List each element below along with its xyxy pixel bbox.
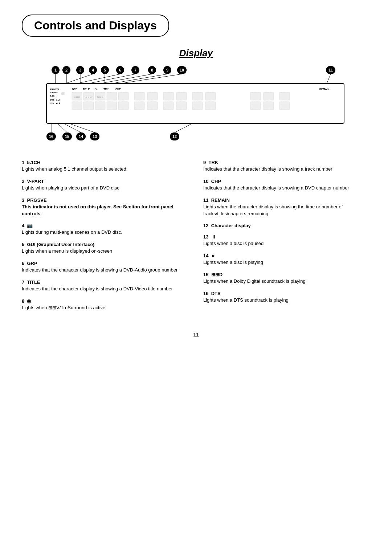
title-box: Controls and Displays bbox=[22, 15, 169, 37]
svg-rect-57 bbox=[118, 102, 128, 110]
display-diagram-svg: 1 2 3 4 5 6 7 8 bbox=[40, 65, 352, 149]
svg-text:V-PART: V-PART bbox=[50, 91, 58, 94]
svg-rect-42 bbox=[107, 92, 117, 100]
desc-item-11: 11 REMAIN Lights when the character disp… bbox=[203, 197, 370, 217]
svg-text:6: 6 bbox=[119, 68, 121, 72]
svg-rect-62 bbox=[192, 102, 203, 110]
svg-rect-45 bbox=[147, 92, 158, 100]
svg-text:REMAIN: REMAIN bbox=[319, 88, 330, 90]
svg-rect-50 bbox=[250, 92, 261, 100]
desc-item-16: 16 DTS Lights when a DTS soundtrack is p… bbox=[203, 291, 370, 304]
svg-rect-51 bbox=[264, 92, 274, 100]
svg-text:DTS: DTS bbox=[50, 99, 54, 101]
desc-title-8: 8 ◉ bbox=[22, 298, 189, 304]
svg-rect-55 bbox=[95, 102, 105, 110]
page-number: 11 bbox=[22, 332, 370, 338]
desc-body-1: Lights when analog 5.1 channel output is… bbox=[22, 166, 189, 173]
desc-item-14: 14 ► Lights when a disc is playing bbox=[203, 253, 370, 266]
desc-num-6: 6 bbox=[22, 261, 27, 266]
svg-text:12: 12 bbox=[172, 134, 177, 139]
desc-item-8: 8 ◉ Lights when ⊞⊞V/TruSurround is activ… bbox=[22, 298, 189, 311]
desc-item-4: 4 📷 Lights during multi-angle scenes on … bbox=[22, 223, 189, 236]
svg-text:13: 13 bbox=[93, 134, 97, 139]
desc-body-16: Lights when a DTS soundtrack is playing bbox=[203, 297, 370, 304]
svg-text:⊡⊡D ▶ ⏸: ⊡⊡D ▶ ⏸ bbox=[50, 102, 61, 105]
svg-text:2: 2 bbox=[65, 68, 68, 72]
svg-rect-43 bbox=[118, 92, 128, 100]
svg-rect-60 bbox=[163, 102, 173, 110]
desc-body-4: Lights during multi-angle scenes on a DV… bbox=[22, 229, 189, 236]
desc-num-7: 7 bbox=[22, 279, 27, 285]
desc-title-12: 12 Character display bbox=[203, 223, 370, 228]
desc-body-5: Lights when a menu is displayed on-scree… bbox=[22, 248, 189, 255]
desc-item-12: 12 Character display bbox=[203, 223, 370, 228]
desc-item-10: 10 CHP Indicates that the character disp… bbox=[203, 179, 370, 192]
svg-rect-65 bbox=[264, 102, 274, 110]
svg-line-91 bbox=[69, 123, 95, 132]
svg-rect-66 bbox=[279, 102, 290, 110]
page-title: Controls and Displays bbox=[34, 19, 157, 32]
svg-rect-54 bbox=[83, 102, 94, 110]
desc-item-9: 9 TRK Indicates that the character displ… bbox=[203, 160, 370, 173]
desc-body-2: Lights when playing a video part of a DV… bbox=[22, 185, 189, 192]
svg-line-77 bbox=[327, 74, 331, 83]
svg-line-90 bbox=[64, 123, 81, 132]
svg-line-89 bbox=[57, 123, 67, 132]
desc-num-8: 8 bbox=[22, 298, 27, 304]
desc-num-10: 10 bbox=[203, 179, 211, 184]
svg-text:⊙: ⊙ bbox=[94, 87, 97, 91]
desc-body-3: This indicator is not used on this playe… bbox=[22, 204, 189, 217]
desc-title-15: 15 ⊞⊞D bbox=[203, 272, 370, 277]
svg-rect-48 bbox=[192, 92, 203, 100]
desc-num-12: 12 bbox=[203, 223, 211, 228]
svg-rect-61 bbox=[176, 102, 187, 110]
svg-text:7: 7 bbox=[134, 68, 136, 72]
svg-text:⬜: ⬜ bbox=[61, 91, 65, 95]
desc-num-15: 15 bbox=[203, 272, 211, 277]
desc-item-2: 2 V-PART Lights when playing a video par… bbox=[22, 179, 189, 192]
svg-text:⠿⠿⠿: ⠿⠿⠿ bbox=[74, 95, 80, 99]
desc-title-16: 16 DTS bbox=[203, 291, 370, 296]
svg-text:15: 15 bbox=[65, 134, 69, 139]
desc-num-16: 16 bbox=[203, 291, 211, 296]
right-column: 9 TRK Indicates that the character displ… bbox=[203, 160, 370, 317]
svg-text:9: 9 bbox=[166, 68, 168, 72]
svg-line-70 bbox=[65, 74, 93, 83]
desc-title-11: 11 REMAIN bbox=[203, 197, 370, 203]
desc-title-10: 10 CHP bbox=[203, 179, 370, 184]
desc-item-13: 13 ⏸ Lights when a disc is paused bbox=[203, 234, 370, 247]
desc-num-14: 14 bbox=[203, 253, 211, 258]
svg-line-73 bbox=[89, 74, 135, 83]
svg-text:⠿⠿⠿: ⠿⠿⠿ bbox=[85, 95, 92, 99]
svg-text:3: 3 bbox=[79, 68, 81, 72]
svg-rect-52 bbox=[279, 92, 290, 100]
page-container: Controls and Displays Display 1 2 3 4 bbox=[0, 0, 392, 555]
desc-body-6: Indicates that the character display is … bbox=[22, 267, 189, 274]
svg-rect-59 bbox=[147, 102, 158, 110]
svg-rect-58 bbox=[134, 102, 144, 110]
desc-title-6: 6 GRP bbox=[22, 261, 189, 266]
desc-body-7: Indicates that the character display is … bbox=[22, 286, 189, 293]
svg-line-76 bbox=[121, 74, 182, 83]
svg-text:GUI: GUI bbox=[56, 99, 60, 101]
svg-text:PRGSVE: PRGSVE bbox=[50, 88, 59, 90]
svg-text:TITLE: TITLE bbox=[83, 88, 90, 90]
svg-line-92 bbox=[175, 123, 192, 132]
descriptions: 1 5.1CH Lights when analog 5.1 channel o… bbox=[22, 160, 370, 317]
display-diagram: 1 2 3 4 5 6 7 8 bbox=[40, 65, 352, 149]
desc-item-1: 1 5.1CH Lights when analog 5.1 channel o… bbox=[22, 160, 189, 173]
desc-num-2: 2 bbox=[22, 179, 27, 184]
desc-body-15: Lights when a Dolby Digital soundtrack i… bbox=[203, 278, 370, 285]
svg-text:8: 8 bbox=[151, 68, 153, 72]
desc-num-5: 5 bbox=[22, 242, 27, 247]
svg-text:16: 16 bbox=[49, 134, 53, 139]
svg-text:14: 14 bbox=[79, 134, 83, 139]
diagram-area: 1 2 3 4 5 6 7 8 bbox=[22, 65, 370, 149]
desc-num-11: 11 bbox=[203, 197, 211, 203]
svg-rect-46 bbox=[163, 92, 173, 100]
svg-rect-47 bbox=[176, 92, 187, 100]
desc-title-14: 14 ► bbox=[203, 253, 370, 258]
svg-line-75 bbox=[112, 74, 167, 83]
svg-text:11: 11 bbox=[328, 68, 333, 72]
desc-body-14: Lights when a disc is playing bbox=[203, 259, 370, 266]
